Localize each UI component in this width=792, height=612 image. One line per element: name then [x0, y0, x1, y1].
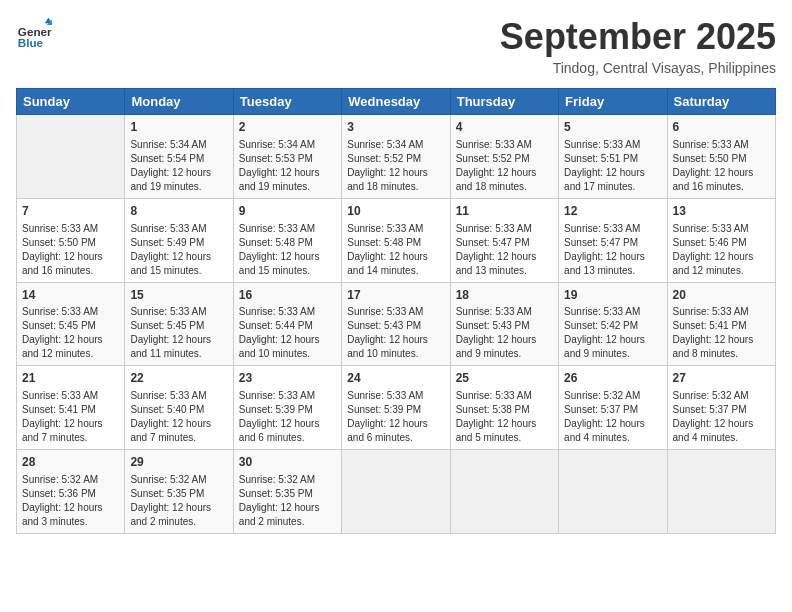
day-info-line: Sunrise: 5:33 AM	[456, 138, 553, 152]
calendar-week-5: 28Sunrise: 5:32 AMSunset: 5:36 PMDayligh…	[17, 450, 776, 534]
calendar-cell: 25Sunrise: 5:33 AMSunset: 5:38 PMDayligh…	[450, 366, 558, 450]
day-info-line: Daylight: 12 hours	[239, 166, 336, 180]
day-info-line: and 16 minutes.	[673, 180, 770, 194]
day-info-line: Daylight: 12 hours	[564, 166, 661, 180]
day-number: 26	[564, 370, 661, 387]
calendar-cell: 10Sunrise: 5:33 AMSunset: 5:48 PMDayligh…	[342, 198, 450, 282]
calendar-cell	[559, 450, 667, 534]
day-number: 21	[22, 370, 119, 387]
day-info-line: Daylight: 12 hours	[456, 417, 553, 431]
day-info-line: Daylight: 12 hours	[130, 417, 227, 431]
day-number: 18	[456, 287, 553, 304]
day-info-line: Daylight: 12 hours	[130, 250, 227, 264]
logo: General Blue	[16, 16, 56, 52]
day-info-line: Daylight: 12 hours	[22, 417, 119, 431]
day-info-line: Sunrise: 5:32 AM	[564, 389, 661, 403]
calendar-week-1: 1Sunrise: 5:34 AMSunset: 5:54 PMDaylight…	[17, 115, 776, 199]
calendar-cell: 1Sunrise: 5:34 AMSunset: 5:54 PMDaylight…	[125, 115, 233, 199]
calendar-cell: 21Sunrise: 5:33 AMSunset: 5:41 PMDayligh…	[17, 366, 125, 450]
day-number: 5	[564, 119, 661, 136]
day-info-line: Daylight: 12 hours	[130, 333, 227, 347]
calendar-cell: 12Sunrise: 5:33 AMSunset: 5:47 PMDayligh…	[559, 198, 667, 282]
day-number: 24	[347, 370, 444, 387]
day-info-line: and 10 minutes.	[347, 347, 444, 361]
day-number: 8	[130, 203, 227, 220]
day-number: 9	[239, 203, 336, 220]
day-info-line: Sunrise: 5:32 AM	[673, 389, 770, 403]
day-info-line: Sunset: 5:51 PM	[564, 152, 661, 166]
calendar-cell: 22Sunrise: 5:33 AMSunset: 5:40 PMDayligh…	[125, 366, 233, 450]
day-info-line: Daylight: 12 hours	[239, 333, 336, 347]
day-info-line: Sunset: 5:37 PM	[564, 403, 661, 417]
day-info-line: Sunset: 5:41 PM	[673, 319, 770, 333]
day-info-line: and 19 minutes.	[239, 180, 336, 194]
day-info-line: Sunset: 5:42 PM	[564, 319, 661, 333]
calendar-cell: 14Sunrise: 5:33 AMSunset: 5:45 PMDayligh…	[17, 282, 125, 366]
calendar-cell: 27Sunrise: 5:32 AMSunset: 5:37 PMDayligh…	[667, 366, 775, 450]
day-number: 11	[456, 203, 553, 220]
weekday-thursday: Thursday	[450, 89, 558, 115]
day-info-line: and 19 minutes.	[130, 180, 227, 194]
day-info-line: Daylight: 12 hours	[22, 333, 119, 347]
calendar-cell: 26Sunrise: 5:32 AMSunset: 5:37 PMDayligh…	[559, 366, 667, 450]
day-number: 22	[130, 370, 227, 387]
day-number: 1	[130, 119, 227, 136]
day-info-line: Sunset: 5:48 PM	[347, 236, 444, 250]
day-info-line: and 11 minutes.	[130, 347, 227, 361]
day-info-line: Sunrise: 5:33 AM	[130, 389, 227, 403]
weekday-tuesday: Tuesday	[233, 89, 341, 115]
day-info-line: Sunset: 5:48 PM	[239, 236, 336, 250]
day-info-line: Daylight: 12 hours	[673, 417, 770, 431]
day-info-line: and 18 minutes.	[456, 180, 553, 194]
day-info-line: Sunrise: 5:33 AM	[456, 389, 553, 403]
day-info-line: Sunrise: 5:32 AM	[239, 473, 336, 487]
day-info-line: and 15 minutes.	[130, 264, 227, 278]
day-info-line: and 16 minutes.	[22, 264, 119, 278]
calendar-cell: 28Sunrise: 5:32 AMSunset: 5:36 PMDayligh…	[17, 450, 125, 534]
day-number: 6	[673, 119, 770, 136]
day-info-line: Sunrise: 5:33 AM	[564, 138, 661, 152]
calendar-cell: 29Sunrise: 5:32 AMSunset: 5:35 PMDayligh…	[125, 450, 233, 534]
calendar-cell: 11Sunrise: 5:33 AMSunset: 5:47 PMDayligh…	[450, 198, 558, 282]
logo-icon: General Blue	[16, 16, 52, 52]
calendar-cell: 17Sunrise: 5:33 AMSunset: 5:43 PMDayligh…	[342, 282, 450, 366]
calendar-cell: 5Sunrise: 5:33 AMSunset: 5:51 PMDaylight…	[559, 115, 667, 199]
day-info-line: Sunset: 5:39 PM	[239, 403, 336, 417]
day-info-line: and 2 minutes.	[130, 515, 227, 529]
day-info-line: Sunrise: 5:33 AM	[130, 222, 227, 236]
day-info-line: and 3 minutes.	[22, 515, 119, 529]
day-info-line: Sunset: 5:43 PM	[456, 319, 553, 333]
day-info-line: and 4 minutes.	[673, 431, 770, 445]
day-number: 4	[456, 119, 553, 136]
day-info-line: Sunset: 5:41 PM	[22, 403, 119, 417]
day-info-line: Daylight: 12 hours	[347, 333, 444, 347]
day-info-line: Sunrise: 5:33 AM	[22, 389, 119, 403]
day-info-line: and 10 minutes.	[239, 347, 336, 361]
day-info-line: Sunset: 5:35 PM	[239, 487, 336, 501]
day-info-line: Sunrise: 5:33 AM	[22, 222, 119, 236]
month-title: September 2025	[500, 16, 776, 58]
calendar-cell: 13Sunrise: 5:33 AMSunset: 5:46 PMDayligh…	[667, 198, 775, 282]
day-info-line: Daylight: 12 hours	[239, 501, 336, 515]
day-info-line: and 8 minutes.	[673, 347, 770, 361]
day-info-line: Daylight: 12 hours	[22, 250, 119, 264]
calendar-cell: 23Sunrise: 5:33 AMSunset: 5:39 PMDayligh…	[233, 366, 341, 450]
day-info-line: Sunset: 5:38 PM	[456, 403, 553, 417]
weekday-saturday: Saturday	[667, 89, 775, 115]
weekday-sunday: Sunday	[17, 89, 125, 115]
calendar-week-3: 14Sunrise: 5:33 AMSunset: 5:45 PMDayligh…	[17, 282, 776, 366]
calendar-cell: 4Sunrise: 5:33 AMSunset: 5:52 PMDaylight…	[450, 115, 558, 199]
day-number: 13	[673, 203, 770, 220]
day-info-line: Sunrise: 5:33 AM	[456, 305, 553, 319]
day-info-line: Daylight: 12 hours	[673, 166, 770, 180]
day-info-line: and 12 minutes.	[22, 347, 119, 361]
weekday-wednesday: Wednesday	[342, 89, 450, 115]
day-info-line: Daylight: 12 hours	[239, 250, 336, 264]
day-info-line: and 18 minutes.	[347, 180, 444, 194]
day-info-line: and 4 minutes.	[564, 431, 661, 445]
day-info-line: Sunrise: 5:33 AM	[564, 222, 661, 236]
day-info-line: Sunset: 5:35 PM	[130, 487, 227, 501]
day-info-line: Sunset: 5:52 PM	[456, 152, 553, 166]
day-info-line: and 2 minutes.	[239, 515, 336, 529]
day-info-line: Sunrise: 5:33 AM	[673, 222, 770, 236]
